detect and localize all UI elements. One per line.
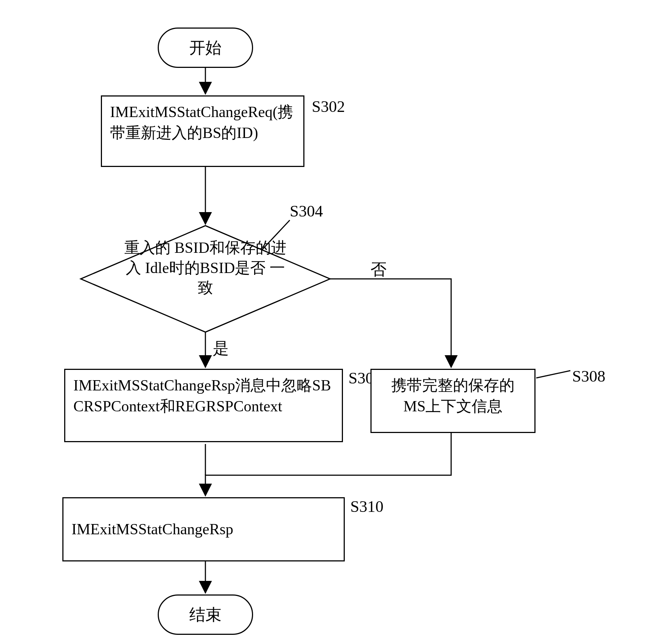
process-s310: IMExitMSStatChangeRsp	[62, 497, 345, 561]
end-label: 结束	[189, 604, 222, 626]
s308-label: S308	[572, 367, 605, 386]
start-terminator: 开始	[158, 28, 253, 68]
s302-label: S302	[312, 97, 345, 116]
process-s306: IMExitMSStatChangeRsp消息中忽略SBCRSPContext和…	[64, 369, 343, 442]
s310-label: S310	[350, 497, 383, 516]
start-label: 开始	[189, 37, 222, 59]
s306-text: IMExitMSStatChangeRsp消息中忽略SBCRSPContext和…	[73, 375, 334, 416]
decision-s304: 重入的 BSID和保存的进入 Idle时的BSID是否 一致	[119, 238, 292, 298]
s302-text: IMExitMSStatChangeReq(携带重新进入的BS的ID)	[110, 102, 295, 143]
s310-text: IMExitMSStatChangeRsp	[72, 519, 233, 540]
process-s308: 携带完整的保存的 MS上下文信息	[370, 369, 535, 433]
s304-label: S304	[290, 202, 323, 221]
s304-no: 否	[370, 259, 387, 280]
s304-yes: 是	[213, 338, 229, 359]
svg-line-5	[536, 371, 570, 378]
process-s302: IMExitMSStatChangeReq(携带重新进入的BS的ID)	[101, 95, 304, 167]
s308-text: 携带完整的保存的 MS上下文信息	[380, 375, 526, 416]
s304-text: 重入的 BSID和保存的进入 Idle时的BSID是否 一致	[119, 238, 292, 298]
end-terminator: 结束	[158, 594, 253, 635]
